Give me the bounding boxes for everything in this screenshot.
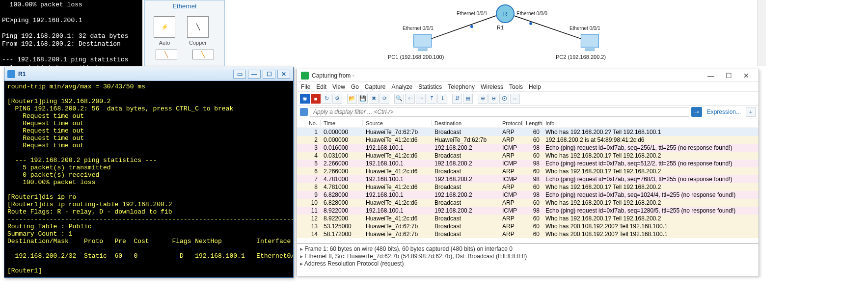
col-time[interactable]: Time: [321, 120, 363, 126]
col-no[interactable]: No.: [297, 120, 321, 126]
r1-window-icon: [7, 70, 15, 78]
go-back-icon[interactable]: ⇦: [405, 94, 415, 104]
palette-item-auto[interactable]: ⚡ Auto: [150, 16, 179, 46]
port-r1-left: Ethernet 0/0/1: [457, 11, 488, 16]
ws-toolbar: ◉ ■ ↻ ⚙ 📂 💾 ✖ ⟳ 🔍 ⇦ ⇨ ⤒ ⤓ ⇵ ▤ ⊕ ⊖ ⦿ ↔: [297, 92, 759, 106]
auto-scroll-icon[interactable]: ⇵: [452, 94, 462, 104]
ws-close-button[interactable]: ✕: [738, 71, 755, 81]
capture-restart-icon[interactable]: ↻: [322, 94, 331, 104]
detail-node[interactable]: Address Resolution Protocol (request): [300, 260, 756, 268]
col-info[interactable]: Info: [542, 120, 759, 126]
packet-row[interactable]: 10.000000HuaweiTe_7d:62:7bBroadcastARP60…: [297, 128, 759, 136]
menu-statistics[interactable]: Statistics: [418, 83, 442, 90]
capture-start-icon[interactable]: ◉: [300, 94, 310, 104]
ws-menubar: FileEditViewGoCaptureAnalyzeStatisticsTe…: [297, 82, 759, 92]
packet-row[interactable]: 20.000000HuaweiTe_41:2c:d6HuaweiTe_7d:62…: [297, 136, 759, 144]
colorize-icon[interactable]: ▤: [463, 94, 473, 104]
packet-row[interactable]: 74.781000192.168.100.1192.168.200.2ICMP9…: [297, 175, 759, 183]
page-gutter: [766, 0, 868, 297]
filter-bookmark-icon[interactable]: [300, 108, 308, 116]
pc1-label: PC1 (192.168.200.100): [388, 54, 444, 60]
zoom-reset-icon[interactable]: ⦿: [499, 94, 509, 104]
packet-row[interactable]: 84.781000HuaweiTe_41:2c:d6BroadcastARP60…: [297, 183, 759, 191]
packet-details[interactable]: Frame 1: 60 bytes on wire (480 bits), 60…: [297, 243, 759, 276]
ws-title: Capturing from -: [312, 72, 354, 79]
packet-list: No. Time Source Destination Protocol Len…: [297, 118, 759, 243]
detail-node[interactable]: Frame 1: 60 bytes on wire (480 bits), 60…: [300, 245, 756, 253]
packet-row[interactable]: 62.266000HuaweiTe_41:2c:d6BroadcastARP60…: [297, 167, 759, 175]
port-pc2: Ethernet 0/0/1: [570, 26, 600, 31]
svg-text:R: R: [503, 11, 508, 18]
menu-tools[interactable]: Tools: [509, 83, 523, 90]
packet-columns[interactable]: No. Time Source Destination Protocol Len…: [297, 118, 759, 128]
svg-rect-7: [418, 48, 428, 51]
menu-go[interactable]: Go: [351, 83, 359, 90]
packet-row[interactable]: 1458.172000HuaweiTe_7d:62:7bBroadcastARP…: [297, 230, 759, 238]
file-close-icon[interactable]: ✖: [369, 94, 379, 104]
ws-maximize-button[interactable]: ☐: [720, 71, 737, 81]
reload-icon[interactable]: ⟳: [380, 94, 389, 104]
col-dest[interactable]: Destination: [432, 120, 499, 126]
packet-row[interactable]: 52.266000192.168.100.1192.168.200.2ICMP9…: [297, 160, 759, 167]
packet-row[interactable]: 118.922000192.168.100.1192.168.200.2ICMP…: [297, 207, 759, 215]
palette-item-copper[interactable]: ╲ Copper: [183, 16, 213, 46]
topology-scrollbar[interactable]: [757, 0, 766, 66]
menu-wireless[interactable]: Wireless: [481, 83, 503, 90]
port-pc1: Ethernet 0/0/1: [403, 26, 434, 31]
menu-capture[interactable]: Capture: [365, 83, 386, 90]
go-forward-icon[interactable]: ⇨: [416, 94, 426, 104]
menu-help[interactable]: Help: [529, 83, 541, 90]
packet-row[interactable]: 96.828000192.168.100.1192.168.200.2ICMP9…: [297, 191, 759, 199]
col-length[interactable]: Length: [523, 120, 542, 126]
auto-icon: ⚡: [154, 16, 175, 38]
packet-rows[interactable]: 10.000000HuaweiTe_7d:62:7bBroadcastARP60…: [297, 128, 759, 243]
ensp-palette: Ethernet ⚡ Auto ╲ Copper ╲ ╲: [144, 0, 225, 66]
resize-columns-icon[interactable]: ↔: [510, 94, 520, 104]
filter-add-icon[interactable]: +: [746, 107, 756, 117]
r1-title: R1: [18, 71, 26, 78]
menu-view[interactable]: View: [332, 83, 345, 90]
ws-filterbar: ➝ Expression... +: [297, 106, 759, 118]
wireshark-window: Capturing from - — ☐ ✕ FileEditViewGoCap…: [297, 69, 759, 276]
router-label: R1: [497, 25, 504, 30]
packet-row[interactable]: 106.828000HuaweiTe_41:2c:d6BroadcastARP6…: [297, 199, 759, 207]
capture-options-icon[interactable]: ⚙: [332, 94, 342, 104]
wireshark-icon: [301, 72, 309, 80]
menu-analyze[interactable]: Analyze: [392, 83, 413, 90]
svg-line-0: [423, 15, 499, 42]
r1-menu-button[interactable]: ▭: [233, 70, 246, 79]
palette-extra-1[interactable]: ╲: [156, 50, 177, 59]
r1-terminal-body[interactable]: round-trip min/avg/max = 30/43/50 ms [Ro…: [4, 81, 293, 277]
find-icon[interactable]: 🔍: [394, 94, 404, 104]
packet-row[interactable]: 1353.125000HuaweiTe_7d:62:7bBroadcastARP…: [297, 222, 759, 230]
r1-titlebar[interactable]: R1 ▭ — ☐ ✕: [4, 67, 293, 81]
packet-row[interactable]: 40.031000HuaweiTe_41:2c:d6BroadcastARP60…: [297, 152, 759, 160]
capture-stop-icon[interactable]: ■: [311, 94, 321, 104]
ws-titlebar[interactable]: Capturing from - — ☐ ✕: [297, 69, 759, 82]
ws-minimize-button[interactable]: —: [703, 71, 719, 81]
packet-row[interactable]: 30.016000192.168.100.1192.168.200.2ICMP9…: [297, 144, 759, 152]
palette-extra-2[interactable]: ╲: [192, 50, 214, 59]
display-filter-input[interactable]: [310, 107, 689, 117]
zoom-in-icon[interactable]: ⊕: [478, 94, 488, 104]
go-first-icon[interactable]: ⤓: [437, 94, 447, 104]
col-proto[interactable]: Protocol: [499, 120, 523, 126]
detail-node[interactable]: Ethernet II, Src: HuaweiTe_7d:62:7b (54:…: [300, 253, 756, 260]
packet-row[interactable]: 128.922000HuaweiTe_41:2c:d6BroadcastARP6…: [297, 215, 759, 222]
close-button[interactable]: ✕: [277, 70, 290, 79]
svg-rect-6: [414, 34, 432, 47]
file-save-icon[interactable]: 💾: [358, 94, 368, 104]
maximize-button[interactable]: ☐: [263, 70, 275, 79]
topology-canvas[interactable]: R R1 PC1 (192.168.200.100) PC2 (192.168.…: [226, 0, 757, 66]
go-jump-icon[interactable]: ⤒: [427, 94, 436, 104]
pc-terminal[interactable]: 100.00% packet loss PC>ping 192.168.200.…: [0, 0, 142, 66]
menu-edit[interactable]: Edit: [316, 83, 326, 90]
minimize-button[interactable]: —: [248, 70, 261, 79]
file-open-icon[interactable]: 📂: [347, 94, 357, 104]
zoom-out-icon[interactable]: ⊖: [488, 94, 498, 104]
menu-telephony[interactable]: Telephony: [448, 83, 475, 90]
filter-apply-icon[interactable]: ➝: [691, 107, 702, 117]
col-source[interactable]: Source: [363, 120, 432, 126]
filter-expression-button[interactable]: Expression...: [704, 108, 744, 115]
menu-file[interactable]: File: [301, 83, 310, 90]
